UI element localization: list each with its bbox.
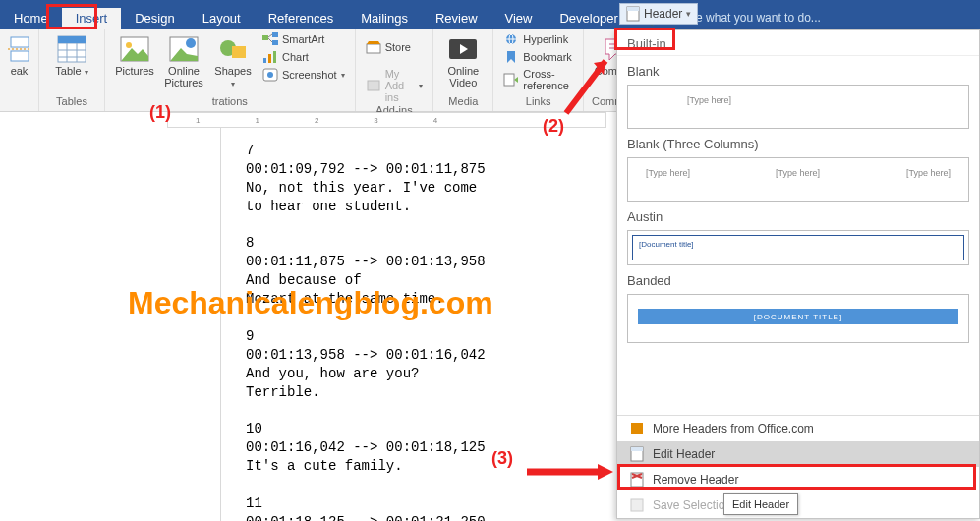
chart-button[interactable]: Chart: [260, 49, 347, 65]
screenshot-icon: [262, 68, 278, 82]
online-video-button[interactable]: Online Video: [441, 31, 485, 90]
smartart-button[interactable]: SmartArt: [260, 31, 347, 47]
tab-insert[interactable]: Insert: [62, 8, 122, 29]
store-button[interactable]: Store: [364, 39, 426, 55]
header-gallery-austin[interactable]: Austin: [627, 209, 969, 224]
chevron-down-icon: ▾: [686, 9, 691, 19]
tab-design[interactable]: Design: [121, 8, 188, 29]
svg-point-11: [126, 42, 132, 48]
horizontal-ruler[interactable]: 1 1 2 3 4: [167, 112, 606, 128]
store-icon: [366, 40, 381, 54]
edit-header-item[interactable]: Edit Header: [617, 441, 979, 467]
svg-rect-42: [627, 7, 639, 11]
svg-rect-23: [273, 51, 276, 63]
svg-rect-1: [11, 51, 29, 61]
svg-line-19: [268, 34, 272, 37]
svg-rect-26: [367, 44, 380, 53]
header-gallery-banded[interactable]: Banded: [627, 273, 969, 288]
tab-review[interactable]: Review: [422, 8, 491, 29]
online-pictures-icon: [168, 33, 200, 65]
svg-rect-49: [631, 499, 643, 511]
remove-header-item[interactable]: Remove Header: [617, 467, 979, 492]
bookmark-button[interactable]: Bookmark: [501, 49, 575, 65]
chevron-down-icon: ▾: [231, 80, 235, 88]
screenshot-button[interactable]: Screenshot ▾: [260, 67, 347, 83]
remove-header-icon: [629, 472, 645, 488]
svg-rect-15: [232, 46, 246, 58]
group-links: Links: [526, 95, 551, 109]
tooltip-edit-header: Edit Header: [723, 493, 798, 515]
hyperlink-button[interactable]: Hyperlink: [501, 31, 575, 47]
group-illustrations: trations: [212, 95, 248, 109]
header-gallery-blank-three[interactable]: Blank (Three Columns): [627, 137, 969, 151]
svg-rect-43: [631, 423, 643, 434]
page-break-icon: [4, 33, 35, 65]
svg-rect-33: [504, 74, 514, 86]
my-addins-button[interactable]: My Add-ins ▾: [364, 67, 426, 104]
tab-home[interactable]: Home: [0, 8, 62, 29]
header-gallery-blank[interactable]: Blank: [627, 64, 969, 79]
chevron-down-icon: ▾: [85, 68, 88, 77]
header-button[interactable]: Header ▾: [619, 3, 698, 25]
header-preview-banded[interactable]: [DOCUMENT TITLE]: [627, 294, 969, 343]
tab-mailings[interactable]: Mailings: [347, 8, 422, 29]
header-icon: [626, 6, 640, 22]
header-preview-blank-three[interactable]: [Type here] [Type here] [Type here]: [627, 157, 969, 202]
online-video-icon: [447, 33, 479, 65]
edit-header-icon: [629, 446, 645, 462]
tab-references[interactable]: References: [255, 8, 347, 29]
cross-reference-button[interactable]: Cross-reference: [501, 67, 575, 92]
shapes-icon: [217, 33, 249, 65]
svg-rect-21: [263, 58, 266, 63]
tab-view[interactable]: View: [491, 8, 547, 29]
svg-rect-9: [58, 36, 86, 43]
more-headers-item[interactable]: More Headers from Office.com: [617, 416, 979, 441]
shapes-button[interactable]: Shapes ▾: [211, 31, 255, 91]
svg-rect-17: [272, 32, 278, 37]
svg-rect-45: [631, 447, 643, 451]
svg-rect-22: [268, 54, 271, 63]
header-preview-austin[interactable]: [Document title]: [627, 230, 969, 265]
chevron-down-icon: ▾: [419, 82, 423, 90]
addins-icon: [366, 79, 381, 92]
header-preview-blank[interactable]: [Type here]: [627, 85, 969, 129]
bookmark-icon: [503, 50, 519, 64]
page-break-partial[interactable]: eak: [3, 31, 36, 79]
table-button[interactable]: Table ▾: [47, 31, 96, 80]
pictures-button[interactable]: Pictures: [113, 31, 156, 79]
save-selection-icon: [629, 497, 645, 513]
cross-reference-icon: [503, 73, 519, 87]
svg-rect-18: [272, 40, 278, 45]
svg-rect-0: [11, 37, 29, 47]
smartart-icon: [262, 32, 278, 46]
online-pictures-button[interactable]: Online Pictures: [162, 31, 205, 90]
tab-layout[interactable]: Layout: [189, 8, 255, 29]
table-icon: [56, 33, 87, 65]
header-dropdown-panel: Header ▾ Built-in Blank [Type here] Blan…: [616, 29, 980, 519]
svg-rect-16: [262, 35, 268, 40]
svg-line-20: [268, 38, 272, 42]
group-media: Media: [448, 95, 478, 109]
svg-rect-27: [368, 81, 379, 90]
svg-point-25: [267, 72, 273, 78]
header-gallery-section-builtin: Built-in: [617, 30, 979, 56]
office-icon: [629, 421, 645, 436]
hyperlink-icon: [503, 32, 519, 46]
pictures-icon: [119, 33, 150, 65]
chart-icon: [262, 50, 278, 64]
document-body-text[interactable]: 7 00:01:09,792 --> 00:01:11,875 No, not …: [246, 142, 486, 521]
group-tables: Tables: [56, 95, 87, 109]
ribbon-tabs: Home Insert Design Layout References Mai…: [0, 6, 980, 29]
chevron-down-icon: ▾: [341, 71, 345, 80]
svg-point-13: [186, 38, 196, 48]
